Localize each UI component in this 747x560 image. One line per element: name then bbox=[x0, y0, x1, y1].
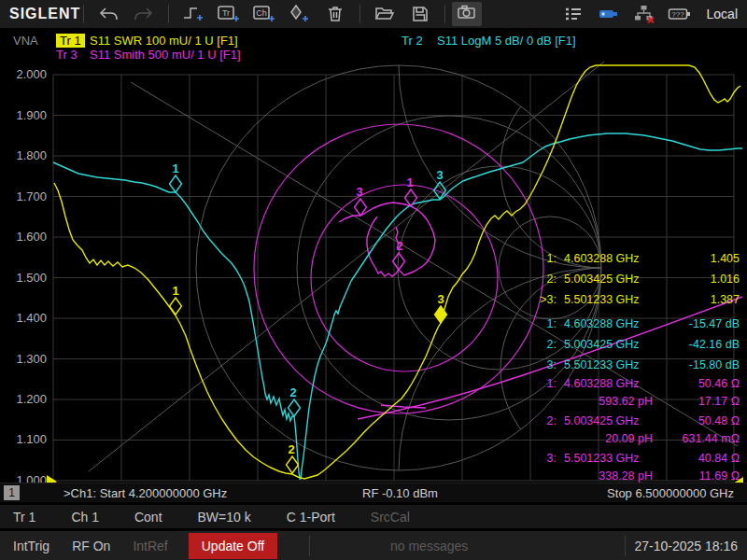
marker-row: 1:4.603288 GHz1.405 bbox=[532, 248, 740, 269]
status-bandwidth[interactable]: BW=10 k bbox=[198, 510, 251, 525]
marker-2-logm[interactable] bbox=[289, 399, 301, 416]
y-axis-label: 1.800 bbox=[6, 149, 47, 162]
marker-1-logm[interactable] bbox=[170, 175, 182, 192]
marker-2-swr[interactable] bbox=[287, 456, 299, 473]
marker-3-logm-label: 3 bbox=[436, 168, 443, 182]
y-axis-label: 1.500 bbox=[6, 272, 47, 285]
status-separator bbox=[309, 536, 310, 556]
marker-3-swr-label: 3 bbox=[437, 292, 444, 306]
y-axis-label: 1.300 bbox=[6, 353, 47, 366]
status-trace[interactable]: Tr 1 bbox=[13, 510, 35, 525]
marker-row-pair: 1:4.603288 GHz50.46 Ω 593.62 pH17.17 Ω bbox=[532, 375, 740, 411]
marker-row: 2:5.003425 GHz-42.16 dB bbox=[532, 334, 740, 355]
status-bar-system: IntTrig RF On IntRef Update Off no messa… bbox=[0, 531, 747, 560]
status-sweep-mode[interactable]: Cont bbox=[134, 510, 162, 525]
channel-bar: 1 >Ch1: Start 4.200000000 GHz RF -0.10 d… bbox=[0, 483, 747, 502]
status-reference[interactable]: IntRef bbox=[133, 539, 167, 553]
y-axis-label: 2.000 bbox=[6, 68, 47, 81]
message-area: no messages bbox=[390, 539, 468, 553]
datetime: 27-10-2025 18:16 bbox=[634, 539, 738, 553]
marker-row: >3:5.501233 GHz1.387 bbox=[532, 289, 740, 310]
status-rf[interactable]: RF On bbox=[72, 539, 110, 553]
status-separator bbox=[625, 536, 626, 556]
marker-row: 3:5.501233 GHz-15.80 dB bbox=[532, 355, 740, 375]
y-axis-label: 1.700 bbox=[6, 190, 47, 203]
y-axis-label: 1.900 bbox=[6, 109, 47, 122]
status-srccal[interactable]: SrcCal bbox=[371, 510, 410, 525]
status-channel[interactable]: Ch 1 bbox=[71, 510, 99, 525]
rf-power[interactable]: RF -0.10 dBm bbox=[362, 486, 438, 500]
marker-1-swr-label: 1 bbox=[172, 284, 178, 298]
y-axis-label: 1.200 bbox=[6, 393, 47, 406]
channel-number-badge[interactable]: 1 bbox=[4, 485, 20, 500]
marker-1-smith-label: 1 bbox=[406, 175, 413, 189]
status-cal[interactable]: C 1-Port bbox=[287, 510, 335, 525]
y-axis-label: 1.400 bbox=[6, 312, 47, 325]
marker-1-swr[interactable] bbox=[170, 298, 182, 315]
marker-2-logm-label: 2 bbox=[289, 385, 296, 399]
y-axis-label: 1.100 bbox=[6, 433, 47, 446]
marker-row: 1:4.603288 GHz-15.47 dB bbox=[532, 314, 740, 334]
marker-3-smith-label: 3 bbox=[356, 185, 362, 199]
swr-markers: 1 2 3 1 2 3 1 2 3 bbox=[170, 161, 447, 473]
status-update-off[interactable]: Update Off bbox=[189, 533, 277, 559]
marker-row-pair: 3:5.501233 GHz40.84 Ω 338.28 pH11.69 Ω bbox=[532, 450, 740, 485]
marker-readout-panel: 1:4.603288 GHz1.405 2:5.003425 GHz1.016 … bbox=[532, 248, 740, 487]
vna-screen: SIGLENT Tr bbox=[0, 0, 747, 560]
smith-marker-table: 1:4.603288 GHz50.46 Ω 593.62 pH17.17 Ω 2… bbox=[532, 375, 740, 485]
start-frequency[interactable]: >Ch1: Start 4.200000000 GHz bbox=[63, 486, 227, 500]
status-trigger[interactable]: IntTrig bbox=[13, 539, 49, 553]
status-bar-trace: Tr 1 Ch 1 Cont BW=10 k C 1-Port SrcCal bbox=[0, 505, 747, 528]
marker-row-pair: 2:5.003425 GHz50.48 Ω 20.09 pH631.44 mΩ bbox=[532, 413, 740, 448]
marker-1-logm-label: 1 bbox=[172, 161, 178, 175]
stop-frequency[interactable]: Stop 6.500000000 GHz bbox=[607, 486, 734, 500]
swr-marker-table: 1:4.603288 GHz1.405 2:5.003425 GHz1.016 … bbox=[532, 248, 740, 310]
y-axis-label: 1.600 bbox=[6, 231, 47, 244]
marker-2-swr-label: 2 bbox=[288, 442, 294, 456]
logm-marker-table: 1:4.603288 GHz-15.47 dB 2:5.003425 GHz-4… bbox=[532, 314, 740, 375]
marker-2-smith-label: 2 bbox=[396, 239, 402, 253]
marker-row: 2:5.003425 GHz1.016 bbox=[532, 269, 740, 289]
